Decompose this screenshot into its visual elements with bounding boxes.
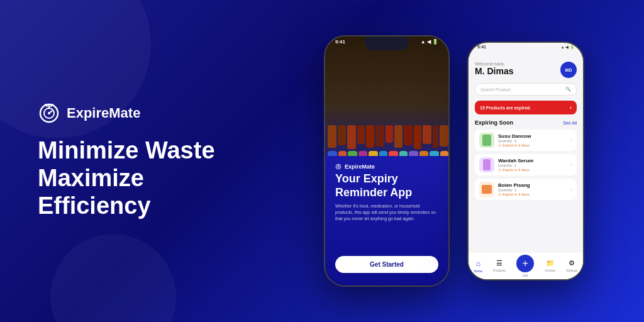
shelf-top-row: [328, 125, 448, 149]
home-icon: ⌂: [476, 259, 480, 268]
nav-add[interactable]: + Add: [516, 255, 534, 277]
nav-settings[interactable]: ⚙ Settings: [566, 259, 577, 272]
product-list: Susu Dancow Quantity: 3 ⚠ Expire in 3 da…: [475, 130, 577, 200]
product-info-1: Susu Dancow Quantity: 3 ⚠ Expire in 3 da…: [498, 133, 567, 147]
product-expire-1: ⚠ Expire in 3 days: [498, 143, 567, 147]
expired-count-text: 15 Products are expired.: [480, 106, 531, 110]
nav-products-label: Products: [493, 269, 506, 272]
phone-splash: 9:41 ▲ ◀ 🔋: [324, 35, 450, 287]
product-arrow-3: ›: [570, 186, 572, 192]
nav-home-label: Home: [474, 269, 482, 273]
see-all-link[interactable]: See All: [563, 121, 577, 125]
splash-content: ExpireMate Your Expiry Reminder App Whet…: [325, 156, 448, 286]
product-thumb-2: [479, 157, 494, 172]
user-name: M. Dimas: [475, 66, 513, 76]
product-name-3: Bolen Pisang: [498, 182, 567, 188]
expired-banner[interactable]: 15 Products are expired. ›: [475, 101, 577, 114]
phone-left-status-bar: 9:41 ▲ ◀ 🔋: [325, 39, 448, 45]
product-item-1[interactable]: Susu Dancow Quantity: 3 ⚠ Expire in 3 da…: [475, 130, 577, 151]
dashboard-header: Welcome back, M. Dimas MD: [475, 62, 577, 78]
product-name-1: Susu Dancow: [498, 133, 567, 139]
splash-brand: ExpireMate: [335, 164, 438, 170]
splash-description: Whether it's food, medication, or househ…: [335, 203, 438, 221]
splash-title: Your Expiry Reminder App: [335, 172, 438, 199]
search-icon: 🔍: [565, 87, 571, 92]
product-info-2: Wardah Serum Quantity: 1 ⚠ Expire in 3 d…: [498, 158, 567, 172]
nav-products[interactable]: ☰ Products: [493, 259, 506, 272]
expired-arrow-icon: ›: [570, 104, 572, 111]
get-started-button[interactable]: Get Started: [335, 256, 438, 273]
expiring-soon-header: Expiring Soon See All: [475, 119, 577, 126]
bottom-nav: ⌂ Home ☰ Products + Add 📁 Archive ⚙ Sett…: [469, 252, 583, 279]
nav-home[interactable]: ⌂ Home: [474, 259, 482, 273]
nav-archive-label: Archive: [545, 269, 555, 272]
products-icon: ☰: [496, 259, 502, 267]
tagline: Minimize Waste Maximize Efficiency: [38, 137, 226, 219]
search-placeholder: Search Product: [480, 87, 511, 92]
phones-area: 9:41 ▲ ◀ 🔋: [264, 0, 644, 322]
product-info-3: Bolen Pisang Quantity: 1 ⚠ Expire in 3 d…: [498, 182, 567, 196]
add-button[interactable]: +: [516, 255, 534, 272]
nav-settings-label: Settings: [566, 269, 577, 272]
phone-dashboard: 9:41 ▲ ◀ 🔋 Welcome back, M. Dimas MD Sea…: [467, 42, 584, 280]
product-thumb-1: [479, 133, 494, 148]
svg-point-11: [338, 167, 338, 167]
archive-icon: 📁: [546, 259, 555, 267]
settings-icon: ⚙: [569, 259, 575, 267]
product-thumb-3: [479, 182, 494, 197]
dashboard-body: Welcome back, M. Dimas MD Search Product…: [469, 57, 583, 279]
product-expire-2: ⚠ Expire in 3 days: [498, 167, 567, 172]
product-arrow-1: ›: [570, 137, 572, 143]
avatar[interactable]: MD: [560, 62, 577, 78]
product-expire-3: ⚠ Expire in 3 days: [498, 192, 567, 196]
nav-archive[interactable]: 📁 Archive: [545, 259, 555, 272]
welcome-text: Welcome back,: [475, 62, 513, 66]
phone-right-status-bar: 9:41 ▲ ◀ 🔋: [469, 45, 583, 49]
search-bar[interactable]: Search Product 🔍: [475, 83, 577, 96]
nav-add-label: Add: [523, 274, 528, 277]
product-name-2: Wardah Serum: [498, 158, 567, 164]
product-item-2[interactable]: Wardah Serum Quantity: 1 ⚠ Expire in 3 d…: [475, 154, 577, 175]
product-arrow-2: ›: [570, 162, 572, 168]
section-title: Expiring Soon: [475, 119, 513, 126]
product-item-3[interactable]: Bolen Pisang Quantity: 1 ⚠ Expire in 3 d…: [475, 179, 577, 200]
hero-background: [325, 36, 448, 174]
